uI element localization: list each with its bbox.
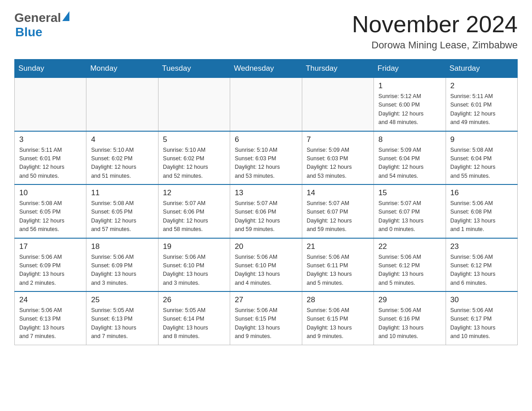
day-number: 17 — [19, 242, 82, 251]
day-info: Sunrise: 5:11 AMSunset: 6:01 PMDaylight:… — [19, 146, 82, 181]
calendar-day-cell: 25Sunrise: 5:05 AMSunset: 6:13 PMDayligh… — [86, 291, 158, 345]
day-number: 23 — [450, 242, 513, 251]
day-info: Sunrise: 5:06 AMSunset: 6:15 PMDaylight:… — [307, 306, 369, 341]
logo-triangle-icon — [62, 11, 69, 23]
weekday-header: Tuesday — [158, 60, 230, 78]
day-info: Sunrise: 5:06 AMSunset: 6:16 PMDaylight:… — [378, 306, 441, 341]
day-info: Sunrise: 5:09 AMSunset: 6:03 PMDaylight:… — [307, 146, 369, 181]
calendar-day-cell: 13Sunrise: 5:07 AMSunset: 6:06 PMDayligh… — [230, 184, 302, 238]
day-info: Sunrise: 5:12 AMSunset: 6:00 PMDaylight:… — [378, 92, 441, 127]
day-number: 27 — [235, 295, 297, 304]
calendar-week-row: 24Sunrise: 5:06 AMSunset: 6:13 PMDayligh… — [15, 291, 518, 345]
calendar-day-cell: 2Sunrise: 5:11 AMSunset: 6:01 PMDaylight… — [446, 78, 517, 131]
day-number: 1 — [378, 81, 441, 90]
calendar-day-cell — [158, 78, 230, 131]
calendar-day-cell: 15Sunrise: 5:07 AMSunset: 6:07 PMDayligh… — [374, 184, 446, 238]
calendar-day-cell: 4Sunrise: 5:10 AMSunset: 6:02 PMDaylight… — [86, 131, 158, 185]
day-number: 3 — [19, 135, 82, 144]
day-number: 20 — [235, 242, 297, 251]
calendar-day-cell: 14Sunrise: 5:07 AMSunset: 6:07 PMDayligh… — [302, 184, 373, 238]
day-info: Sunrise: 5:07 AMSunset: 6:06 PMDaylight:… — [235, 199, 297, 234]
day-info: Sunrise: 5:10 AMSunset: 6:02 PMDaylight:… — [91, 146, 153, 181]
calendar-week-row: 3Sunrise: 5:11 AMSunset: 6:01 PMDaylight… — [15, 131, 518, 185]
calendar-day-cell: 11Sunrise: 5:08 AMSunset: 6:05 PMDayligh… — [86, 184, 158, 238]
day-info: Sunrise: 5:06 AMSunset: 6:10 PMDaylight:… — [235, 253, 297, 288]
day-number: 14 — [307, 188, 369, 197]
weekday-header: Thursday — [302, 60, 373, 78]
calendar-day-cell: 16Sunrise: 5:06 AMSunset: 6:08 PMDayligh… — [446, 184, 517, 238]
day-info: Sunrise: 5:11 AMSunset: 6:01 PMDaylight:… — [450, 92, 513, 127]
day-number: 22 — [378, 242, 441, 251]
svg-marker-0 — [62, 11, 69, 21]
calendar-day-cell: 9Sunrise: 5:08 AMSunset: 6:04 PMDaylight… — [446, 131, 517, 185]
calendar-day-cell: 27Sunrise: 5:06 AMSunset: 6:15 PMDayligh… — [230, 291, 302, 345]
day-info: Sunrise: 5:06 AMSunset: 6:10 PMDaylight:… — [163, 253, 225, 288]
day-number: 7 — [307, 135, 369, 144]
day-number: 21 — [307, 242, 369, 251]
day-info: Sunrise: 5:05 AMSunset: 6:13 PMDaylight:… — [91, 306, 153, 341]
calendar-day-cell: 12Sunrise: 5:07 AMSunset: 6:06 PMDayligh… — [158, 184, 230, 238]
day-number: 30 — [450, 295, 513, 304]
day-number: 26 — [163, 295, 225, 304]
day-info: Sunrise: 5:07 AMSunset: 6:06 PMDaylight:… — [163, 199, 225, 234]
calendar-week-row: 1Sunrise: 5:12 AMSunset: 6:00 PMDaylight… — [15, 78, 518, 131]
day-info: Sunrise: 5:06 AMSunset: 6:11 PMDaylight:… — [307, 253, 369, 288]
calendar-week-row: 10Sunrise: 5:08 AMSunset: 6:05 PMDayligh… — [15, 184, 518, 238]
day-info: Sunrise: 5:10 AMSunset: 6:02 PMDaylight:… — [163, 146, 225, 181]
day-info: Sunrise: 5:08 AMSunset: 6:04 PMDaylight:… — [450, 146, 513, 181]
calendar-day-cell: 5Sunrise: 5:10 AMSunset: 6:02 PMDaylight… — [158, 131, 230, 185]
day-number: 18 — [91, 242, 153, 251]
calendar-day-cell: 10Sunrise: 5:08 AMSunset: 6:05 PMDayligh… — [15, 184, 86, 238]
calendar-day-cell: 24Sunrise: 5:06 AMSunset: 6:13 PMDayligh… — [15, 291, 86, 345]
weekday-header: Wednesday — [230, 60, 302, 78]
day-number: 16 — [450, 188, 513, 197]
day-info: Sunrise: 5:06 AMSunset: 6:17 PMDaylight:… — [450, 306, 513, 341]
day-number: 6 — [235, 135, 297, 144]
month-title: November 2024 — [352, 11, 518, 38]
calendar-day-cell: 22Sunrise: 5:06 AMSunset: 6:12 PMDayligh… — [374, 238, 446, 292]
calendar-day-cell: 28Sunrise: 5:06 AMSunset: 6:15 PMDayligh… — [302, 291, 373, 345]
page-header: General Blue November 2024 Dorowa Mining… — [14, 11, 518, 51]
day-number: 4 — [91, 135, 153, 144]
calendar-day-cell — [15, 78, 86, 131]
day-number: 29 — [378, 295, 441, 304]
day-info: Sunrise: 5:06 AMSunset: 6:12 PMDaylight:… — [450, 253, 513, 288]
calendar-day-cell: 18Sunrise: 5:06 AMSunset: 6:09 PMDayligh… — [86, 238, 158, 292]
logo: General Blue — [14, 11, 70, 39]
calendar-day-cell: 20Sunrise: 5:06 AMSunset: 6:10 PMDayligh… — [230, 238, 302, 292]
day-number: 28 — [307, 295, 369, 304]
calendar-day-cell — [230, 78, 302, 131]
calendar-day-cell: 23Sunrise: 5:06 AMSunset: 6:12 PMDayligh… — [446, 238, 517, 292]
weekday-header: Sunday — [15, 60, 86, 78]
calendar-day-cell: 26Sunrise: 5:05 AMSunset: 6:14 PMDayligh… — [158, 291, 230, 345]
day-number: 11 — [91, 188, 153, 197]
day-number: 5 — [163, 135, 225, 144]
day-info: Sunrise: 5:06 AMSunset: 6:09 PMDaylight:… — [19, 253, 82, 288]
calendar-day-cell: 7Sunrise: 5:09 AMSunset: 6:03 PMDaylight… — [302, 131, 373, 185]
day-info: Sunrise: 5:06 AMSunset: 6:08 PMDaylight:… — [450, 199, 513, 234]
location-subtitle: Dorowa Mining Lease, Zimbabwe — [352, 39, 518, 51]
day-number: 12 — [163, 188, 225, 197]
calendar-day-cell: 29Sunrise: 5:06 AMSunset: 6:16 PMDayligh… — [374, 291, 446, 345]
day-info: Sunrise: 5:07 AMSunset: 6:07 PMDaylight:… — [378, 199, 441, 234]
logo-general-text: General — [14, 11, 61, 25]
day-info: Sunrise: 5:09 AMSunset: 6:04 PMDaylight:… — [378, 146, 441, 181]
calendar-week-row: 17Sunrise: 5:06 AMSunset: 6:09 PMDayligh… — [15, 238, 518, 292]
day-number: 9 — [450, 135, 513, 144]
calendar-table: SundayMondayTuesdayWednesdayThursdayFrid… — [14, 59, 518, 345]
weekday-header: Saturday — [446, 60, 517, 78]
calendar-day-cell — [302, 78, 373, 131]
day-info: Sunrise: 5:10 AMSunset: 6:03 PMDaylight:… — [235, 146, 297, 181]
day-number: 13 — [235, 188, 297, 197]
day-number: 24 — [19, 295, 82, 304]
day-info: Sunrise: 5:05 AMSunset: 6:14 PMDaylight:… — [163, 306, 225, 341]
day-number: 19 — [163, 242, 225, 251]
weekday-header: Friday — [374, 60, 446, 78]
calendar-day-cell: 1Sunrise: 5:12 AMSunset: 6:00 PMDaylight… — [374, 78, 446, 131]
day-info: Sunrise: 5:06 AMSunset: 6:09 PMDaylight:… — [91, 253, 153, 288]
calendar-day-cell: 30Sunrise: 5:06 AMSunset: 6:17 PMDayligh… — [446, 291, 517, 345]
title-area: November 2024 Dorowa Mining Lease, Zimba… — [352, 11, 518, 51]
calendar-day-cell: 21Sunrise: 5:06 AMSunset: 6:11 PMDayligh… — [302, 238, 373, 292]
day-info: Sunrise: 5:08 AMSunset: 6:05 PMDaylight:… — [91, 199, 153, 234]
calendar-day-cell: 6Sunrise: 5:10 AMSunset: 6:03 PMDaylight… — [230, 131, 302, 185]
